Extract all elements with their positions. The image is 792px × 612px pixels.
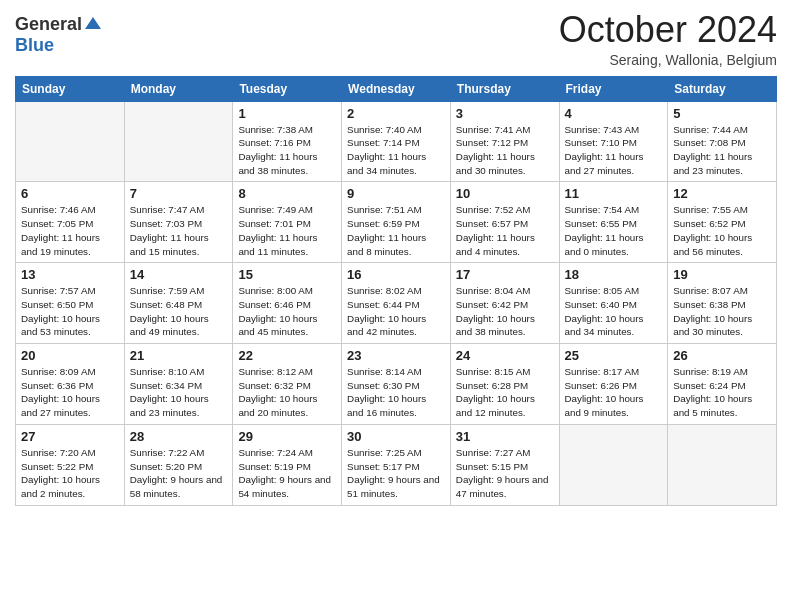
day-info: Sunrise: 7:54 AMSunset: 6:55 PMDaylight:…	[565, 203, 663, 258]
calendar: SundayMondayTuesdayWednesdayThursdayFrid…	[15, 76, 777, 506]
calendar-cell: 22Sunrise: 8:12 AMSunset: 6:32 PMDayligh…	[233, 344, 342, 425]
calendar-cell: 8Sunrise: 7:49 AMSunset: 7:01 PMDaylight…	[233, 182, 342, 263]
day-number: 1	[238, 106, 336, 121]
day-info: Sunrise: 8:07 AMSunset: 6:38 PMDaylight:…	[673, 284, 771, 339]
calendar-cell: 17Sunrise: 8:04 AMSunset: 6:42 PMDayligh…	[450, 263, 559, 344]
weekday-header: Monday	[124, 76, 233, 101]
day-number: 10	[456, 186, 554, 201]
day-info: Sunrise: 8:14 AMSunset: 6:30 PMDaylight:…	[347, 365, 445, 420]
day-info: Sunrise: 7:27 AMSunset: 5:15 PMDaylight:…	[456, 446, 554, 501]
day-number: 25	[565, 348, 663, 363]
header: General Blue October 2024 Seraing, Wallo…	[15, 10, 777, 68]
day-number: 14	[130, 267, 228, 282]
calendar-cell: 23Sunrise: 8:14 AMSunset: 6:30 PMDayligh…	[342, 344, 451, 425]
calendar-cell: 24Sunrise: 8:15 AMSunset: 6:28 PMDayligh…	[450, 344, 559, 425]
calendar-week-row: 6Sunrise: 7:46 AMSunset: 7:05 PMDaylight…	[16, 182, 777, 263]
weekday-header: Tuesday	[233, 76, 342, 101]
calendar-cell: 12Sunrise: 7:55 AMSunset: 6:52 PMDayligh…	[668, 182, 777, 263]
calendar-cell: 15Sunrise: 8:00 AMSunset: 6:46 PMDayligh…	[233, 263, 342, 344]
day-number: 2	[347, 106, 445, 121]
day-info: Sunrise: 8:10 AMSunset: 6:34 PMDaylight:…	[130, 365, 228, 420]
day-number: 29	[238, 429, 336, 444]
calendar-cell: 19Sunrise: 8:07 AMSunset: 6:38 PMDayligh…	[668, 263, 777, 344]
calendar-cell: 28Sunrise: 7:22 AMSunset: 5:20 PMDayligh…	[124, 424, 233, 505]
day-number: 8	[238, 186, 336, 201]
day-info: Sunrise: 8:09 AMSunset: 6:36 PMDaylight:…	[21, 365, 119, 420]
day-info: Sunrise: 7:47 AMSunset: 7:03 PMDaylight:…	[130, 203, 228, 258]
day-info: Sunrise: 7:52 AMSunset: 6:57 PMDaylight:…	[456, 203, 554, 258]
day-number: 3	[456, 106, 554, 121]
day-number: 9	[347, 186, 445, 201]
day-number: 15	[238, 267, 336, 282]
day-info: Sunrise: 7:55 AMSunset: 6:52 PMDaylight:…	[673, 203, 771, 258]
day-number: 5	[673, 106, 771, 121]
day-number: 24	[456, 348, 554, 363]
calendar-cell	[16, 101, 125, 182]
calendar-cell: 25Sunrise: 8:17 AMSunset: 6:26 PMDayligh…	[559, 344, 668, 425]
calendar-cell: 3Sunrise: 7:41 AMSunset: 7:12 PMDaylight…	[450, 101, 559, 182]
day-info: Sunrise: 7:49 AMSunset: 7:01 PMDaylight:…	[238, 203, 336, 258]
day-info: Sunrise: 8:02 AMSunset: 6:44 PMDaylight:…	[347, 284, 445, 339]
day-number: 26	[673, 348, 771, 363]
day-number: 7	[130, 186, 228, 201]
day-number: 17	[456, 267, 554, 282]
weekday-header: Sunday	[16, 76, 125, 101]
day-info: Sunrise: 7:41 AMSunset: 7:12 PMDaylight:…	[456, 123, 554, 178]
day-number: 27	[21, 429, 119, 444]
calendar-week-row: 27Sunrise: 7:20 AMSunset: 5:22 PMDayligh…	[16, 424, 777, 505]
weekday-header: Saturday	[668, 76, 777, 101]
day-info: Sunrise: 7:38 AMSunset: 7:16 PMDaylight:…	[238, 123, 336, 178]
day-number: 19	[673, 267, 771, 282]
calendar-cell: 16Sunrise: 8:02 AMSunset: 6:44 PMDayligh…	[342, 263, 451, 344]
calendar-cell: 7Sunrise: 7:47 AMSunset: 7:03 PMDaylight…	[124, 182, 233, 263]
day-number: 11	[565, 186, 663, 201]
weekday-header: Friday	[559, 76, 668, 101]
calendar-cell: 20Sunrise: 8:09 AMSunset: 6:36 PMDayligh…	[16, 344, 125, 425]
calendar-cell: 13Sunrise: 7:57 AMSunset: 6:50 PMDayligh…	[16, 263, 125, 344]
calendar-cell	[124, 101, 233, 182]
calendar-cell: 9Sunrise: 7:51 AMSunset: 6:59 PMDaylight…	[342, 182, 451, 263]
calendar-cell: 21Sunrise: 8:10 AMSunset: 6:34 PMDayligh…	[124, 344, 233, 425]
day-info: Sunrise: 8:12 AMSunset: 6:32 PMDaylight:…	[238, 365, 336, 420]
calendar-cell: 31Sunrise: 7:27 AMSunset: 5:15 PMDayligh…	[450, 424, 559, 505]
day-info: Sunrise: 7:51 AMSunset: 6:59 PMDaylight:…	[347, 203, 445, 258]
day-number: 28	[130, 429, 228, 444]
day-number: 20	[21, 348, 119, 363]
day-info: Sunrise: 7:24 AMSunset: 5:19 PMDaylight:…	[238, 446, 336, 501]
calendar-cell: 18Sunrise: 8:05 AMSunset: 6:40 PMDayligh…	[559, 263, 668, 344]
calendar-cell: 10Sunrise: 7:52 AMSunset: 6:57 PMDayligh…	[450, 182, 559, 263]
day-number: 22	[238, 348, 336, 363]
calendar-cell: 1Sunrise: 7:38 AMSunset: 7:16 PMDaylight…	[233, 101, 342, 182]
calendar-cell: 30Sunrise: 7:25 AMSunset: 5:17 PMDayligh…	[342, 424, 451, 505]
day-number: 31	[456, 429, 554, 444]
logo-general-text: General	[15, 14, 82, 35]
logo-blue-text: Blue	[15, 35, 54, 55]
subtitle: Seraing, Wallonia, Belgium	[559, 52, 777, 68]
calendar-cell: 29Sunrise: 7:24 AMSunset: 5:19 PMDayligh…	[233, 424, 342, 505]
day-info: Sunrise: 7:25 AMSunset: 5:17 PMDaylight:…	[347, 446, 445, 501]
day-info: Sunrise: 7:40 AMSunset: 7:14 PMDaylight:…	[347, 123, 445, 178]
day-info: Sunrise: 7:44 AMSunset: 7:08 PMDaylight:…	[673, 123, 771, 178]
day-info: Sunrise: 7:22 AMSunset: 5:20 PMDaylight:…	[130, 446, 228, 501]
day-info: Sunrise: 8:05 AMSunset: 6:40 PMDaylight:…	[565, 284, 663, 339]
page: General Blue October 2024 Seraing, Wallo…	[0, 0, 792, 612]
day-number: 18	[565, 267, 663, 282]
weekday-header: Thursday	[450, 76, 559, 101]
logo-icon	[83, 15, 103, 35]
title-block: October 2024 Seraing, Wallonia, Belgium	[559, 10, 777, 68]
day-info: Sunrise: 8:15 AMSunset: 6:28 PMDaylight:…	[456, 365, 554, 420]
day-info: Sunrise: 8:04 AMSunset: 6:42 PMDaylight:…	[456, 284, 554, 339]
logo: General Blue	[15, 14, 103, 56]
calendar-cell	[668, 424, 777, 505]
weekday-header-row: SundayMondayTuesdayWednesdayThursdayFrid…	[16, 76, 777, 101]
day-info: Sunrise: 7:57 AMSunset: 6:50 PMDaylight:…	[21, 284, 119, 339]
day-number: 30	[347, 429, 445, 444]
calendar-cell: 11Sunrise: 7:54 AMSunset: 6:55 PMDayligh…	[559, 182, 668, 263]
calendar-cell: 14Sunrise: 7:59 AMSunset: 6:48 PMDayligh…	[124, 263, 233, 344]
day-number: 13	[21, 267, 119, 282]
day-number: 6	[21, 186, 119, 201]
day-number: 16	[347, 267, 445, 282]
day-info: Sunrise: 7:46 AMSunset: 7:05 PMDaylight:…	[21, 203, 119, 258]
calendar-week-row: 13Sunrise: 7:57 AMSunset: 6:50 PMDayligh…	[16, 263, 777, 344]
day-info: Sunrise: 8:17 AMSunset: 6:26 PMDaylight:…	[565, 365, 663, 420]
